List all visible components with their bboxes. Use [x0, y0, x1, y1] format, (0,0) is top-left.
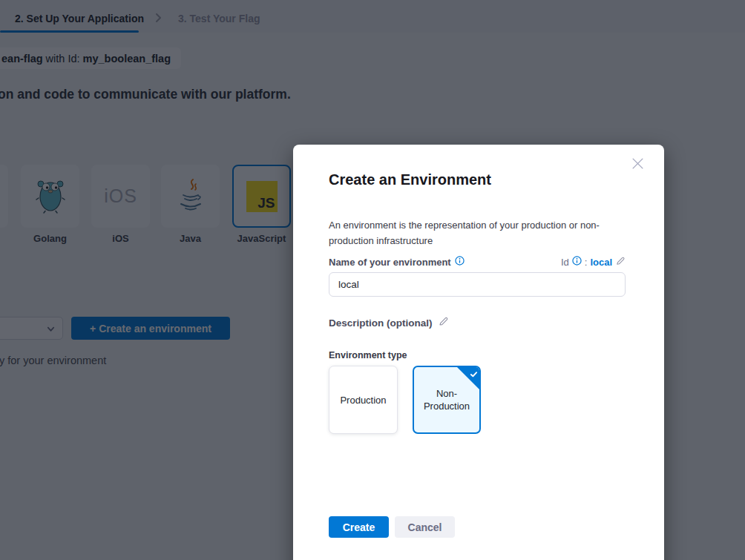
- info-icon[interactable]: [455, 256, 465, 268]
- env-type-non-production-card[interactable]: Non-Production: [413, 366, 481, 434]
- modal-title: Create an Environment: [329, 171, 491, 188]
- edit-pencil-icon[interactable]: [438, 316, 449, 329]
- id-value-link[interactable]: local: [590, 257, 612, 268]
- environment-name-input[interactable]: [329, 272, 626, 297]
- modal-description: An environment is the representation of …: [329, 217, 612, 248]
- info-icon[interactable]: [572, 256, 582, 268]
- env-type-production-card[interactable]: Production: [329, 366, 398, 434]
- environment-type-label: Environment type: [329, 350, 407, 360]
- env-type-production-label: Production: [337, 394, 390, 406]
- id-label: Id: [561, 257, 569, 268]
- env-type-non-production-label: Non-Production: [420, 387, 473, 412]
- description-optional-label: Description (optional): [329, 317, 433, 329]
- edit-pencil-icon[interactable]: [615, 256, 626, 269]
- close-icon[interactable]: [631, 157, 646, 172]
- id-separator: :: [585, 257, 588, 268]
- create-environment-modal: Create an Environment An environment is …: [293, 145, 664, 560]
- name-field-label: Name of your environment: [329, 257, 451, 268]
- app-window: 2. Set Up Your Application 3. Test Your …: [0, 0, 745, 560]
- create-button[interactable]: Create: [329, 516, 389, 538]
- check-icon: [470, 369, 478, 381]
- cancel-button[interactable]: Cancel: [395, 516, 455, 538]
